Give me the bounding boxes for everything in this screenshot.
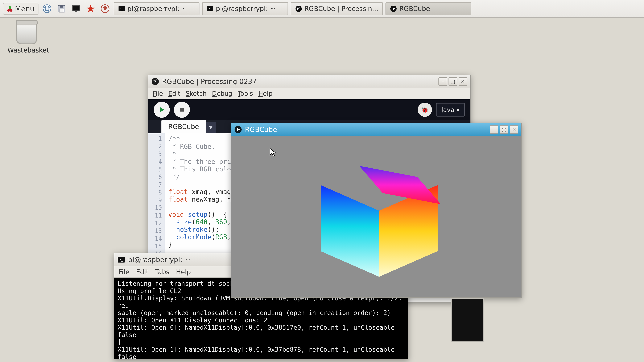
window-title: RGBCube | Processing 0237 bbox=[162, 77, 436, 85]
svg-text:3: 3 bbox=[156, 79, 157, 81]
processing-icon: P3 bbox=[152, 78, 159, 85]
background-aux-window bbox=[451, 298, 484, 342]
task-label: RGBCube | Processin... bbox=[304, 5, 378, 12]
mathematica-launcher[interactable] bbox=[85, 3, 96, 15]
processing-icon: P3 bbox=[295, 5, 302, 12]
svg-rect-4 bbox=[60, 5, 63, 7]
menu-tabs[interactable]: Tabs bbox=[155, 268, 170, 276]
wolf-head-icon bbox=[100, 4, 110, 13]
svg-rect-6 bbox=[72, 5, 80, 11]
svg-text:>_: >_ bbox=[120, 6, 123, 10]
start-menu-label: Menu bbox=[15, 4, 34, 13]
ide-menubar: File Edit Sketch Debug Tools Help bbox=[148, 88, 470, 99]
task-label: RGBCube bbox=[399, 5, 430, 12]
sketch-output-window: RGBCube – ▢ ✕ bbox=[231, 123, 522, 298]
save-launcher[interactable] bbox=[56, 3, 68, 15]
raspberry-pi-icon bbox=[7, 5, 13, 12]
window-titlebar[interactable]: P3 RGBCube | Processing 0237 – ▢ ✕ bbox=[148, 75, 470, 88]
menu-sketch[interactable]: Sketch bbox=[186, 90, 207, 97]
window-title: RGBCube bbox=[245, 126, 487, 133]
trash-bin-icon bbox=[16, 22, 37, 44]
rgb-cube-graphic bbox=[316, 161, 437, 282]
taskbar-task-processing[interactable]: P3 RGBCube | Processin... bbox=[291, 2, 383, 15]
minimize-button[interactable]: – bbox=[490, 125, 498, 134]
web-browser-launcher[interactable] bbox=[41, 3, 53, 15]
menu-edit[interactable]: Edit bbox=[168, 90, 180, 97]
close-button[interactable]: ✕ bbox=[510, 125, 518, 134]
menu-debug[interactable]: Debug bbox=[212, 90, 232, 97]
menu-file[interactable]: File bbox=[118, 268, 130, 276]
floppy-disk-icon bbox=[57, 4, 66, 13]
monitor-icon bbox=[72, 4, 81, 13]
code-tab-rgbcube[interactable]: RGBCube bbox=[162, 120, 206, 133]
sketch-canvas[interactable] bbox=[231, 136, 521, 297]
terminal-icon: >_ bbox=[117, 256, 125, 264]
svg-text:3: 3 bbox=[299, 6, 300, 9]
svg-rect-5 bbox=[59, 9, 64, 12]
tab-label: RGBCube bbox=[168, 123, 199, 130]
stop-icon bbox=[178, 106, 186, 113]
play-icon bbox=[158, 106, 166, 113]
menu-tools[interactable]: Tools bbox=[238, 90, 253, 97]
ide-toolbar: 🐞 Java ▾ bbox=[148, 99, 470, 120]
wolfram-launcher[interactable] bbox=[99, 3, 111, 15]
window-titlebar[interactable]: RGBCube – ▢ ✕ bbox=[231, 123, 521, 136]
svg-text:P: P bbox=[297, 7, 299, 11]
close-button[interactable]: ✕ bbox=[458, 77, 467, 86]
chevron-down-icon: ▾ bbox=[456, 106, 460, 113]
start-menu-button[interactable]: Menu bbox=[3, 3, 38, 15]
svg-marker-22 bbox=[160, 107, 164, 112]
terminal-icon: >_ bbox=[118, 5, 125, 12]
desktop-icon-label: Wastebasket bbox=[8, 46, 46, 54]
svg-point-0 bbox=[43, 4, 51, 12]
globe-icon bbox=[42, 4, 52, 13]
mode-label: Java bbox=[441, 106, 454, 113]
minimize-button[interactable]: – bbox=[438, 77, 447, 86]
monitor-launcher[interactable] bbox=[70, 3, 82, 15]
play-circle-icon bbox=[234, 126, 242, 133]
taskbar-task-terminal-2[interactable]: >_ pi@raspberrypi: ~ bbox=[202, 2, 288, 15]
task-label: pi@raspberrypi: ~ bbox=[128, 5, 187, 12]
desktop-icon-wastebasket[interactable]: Wastebasket bbox=[8, 22, 46, 54]
debugger-button[interactable]: 🐞 bbox=[418, 103, 432, 117]
play-circle-icon bbox=[390, 5, 397, 12]
menu-edit[interactable]: Edit bbox=[136, 268, 148, 276]
task-label: pi@raspberrypi: ~ bbox=[216, 5, 276, 12]
maximize-button[interactable]: ▢ bbox=[448, 77, 457, 86]
tab-dropdown-button[interactable]: ▼ bbox=[206, 122, 216, 133]
run-button[interactable] bbox=[154, 102, 170, 118]
bug-icon: 🐞 bbox=[421, 106, 428, 113]
stop-button[interactable] bbox=[174, 102, 190, 118]
mode-dropdown[interactable]: Java ▾ bbox=[436, 103, 465, 116]
menu-file[interactable]: File bbox=[152, 90, 163, 97]
svg-text:P: P bbox=[153, 79, 156, 84]
svg-text:>_: >_ bbox=[208, 6, 212, 10]
terminal-icon: >_ bbox=[207, 5, 214, 12]
spiky-star-icon bbox=[86, 4, 95, 13]
svg-rect-23 bbox=[180, 108, 184, 112]
svg-text:>_: >_ bbox=[119, 257, 123, 261]
taskbar: Menu >_ pi@rasp bbox=[0, 0, 644, 18]
menu-help[interactable]: Help bbox=[176, 268, 191, 276]
svg-rect-7 bbox=[75, 11, 77, 12]
taskbar-task-rgbcube-sketch[interactable]: RGBCube bbox=[386, 2, 471, 15]
svg-marker-8 bbox=[86, 4, 94, 12]
menu-help[interactable]: Help bbox=[258, 90, 272, 97]
taskbar-task-terminal-1[interactable]: >_ pi@raspberrypi: ~ bbox=[114, 2, 200, 15]
maximize-button[interactable]: ▢ bbox=[500, 125, 508, 134]
